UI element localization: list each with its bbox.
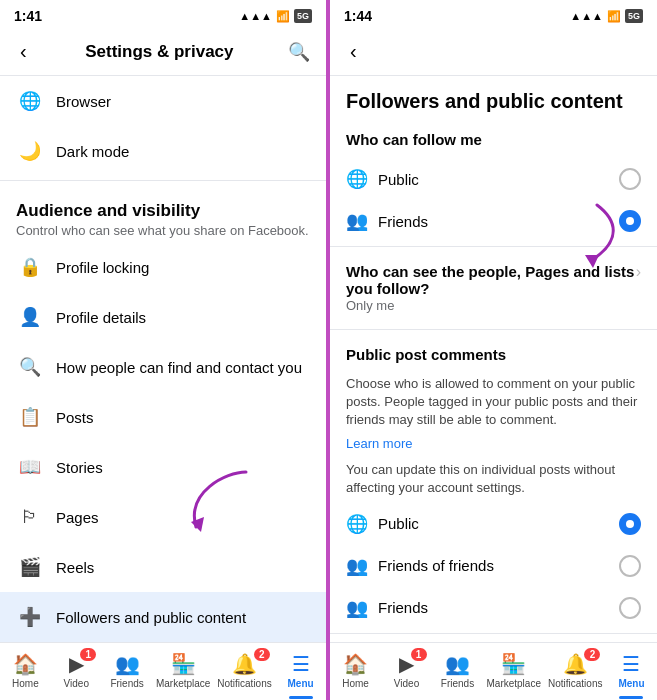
nav-friends-right[interactable]: 👥 Friends bbox=[436, 652, 480, 689]
follow-public-label: Public bbox=[378, 171, 419, 188]
menu-label-left: Menu bbox=[288, 678, 314, 689]
follow-public-left: 🌐 Public bbox=[346, 168, 419, 190]
comments-friends-option[interactable]: 👥 Friends bbox=[330, 587, 657, 629]
audience-section-header: Audience and visibility Control who can … bbox=[0, 185, 326, 242]
video-badge-left: 1 bbox=[80, 648, 96, 661]
pages-icon: 🏳 bbox=[16, 503, 44, 531]
video-badge-right: 1 bbox=[411, 648, 427, 661]
nav-video-left[interactable]: 1 ▶ Video bbox=[54, 652, 98, 689]
update-description: You can update this on individual posts … bbox=[330, 459, 657, 503]
audience-subtitle: Control who can see what you share on Fa… bbox=[16, 223, 310, 238]
bottom-nav-right: 🏠 Home 1 ▶ Video 👥 Friends 🏪 Marketplace… bbox=[330, 642, 657, 700]
stories-item[interactable]: 📖 Stories bbox=[0, 442, 326, 492]
nav-home-right[interactable]: 🏠 Home bbox=[334, 652, 378, 689]
comments-fof-radio[interactable] bbox=[619, 555, 641, 577]
who-see-value: Only me bbox=[346, 298, 636, 313]
nav-friends-left[interactable]: 👥 Friends bbox=[105, 652, 149, 689]
follow-friends-left: 👥 Friends bbox=[346, 210, 428, 232]
signal-icon-right: ▲▲▲ bbox=[570, 10, 603, 22]
followers-icon: ➕ bbox=[16, 603, 44, 631]
comments-fof-left: 👥 Friends of friends bbox=[346, 555, 494, 577]
profile-locking-icon: 🔒 bbox=[16, 253, 44, 281]
comments-public-radio[interactable] bbox=[619, 513, 641, 535]
signal-icon: ▲▲▲ bbox=[239, 10, 272, 22]
public-icon-2: 🌐 bbox=[346, 513, 368, 535]
nav-marketplace-left[interactable]: 🏪 Marketplace bbox=[156, 652, 210, 689]
comments-description: Choose who is allowed to comment on your… bbox=[330, 373, 657, 436]
pages-label: Pages bbox=[56, 509, 99, 526]
marketplace-label-right: Marketplace bbox=[487, 678, 541, 689]
dark-mode-item[interactable]: 🌙 Dark mode bbox=[0, 126, 326, 176]
reels-item[interactable]: 🎬 Reels bbox=[0, 542, 326, 592]
who-see-left: Who can see the people, Pages and lists … bbox=[346, 263, 636, 313]
followers-item[interactable]: ➕ Followers and public content bbox=[0, 592, 326, 642]
find-contact-item[interactable]: 🔍 How people can find and contact you bbox=[0, 342, 326, 392]
back-button-left[interactable]: ‹ bbox=[16, 38, 31, 65]
comments-title: Public post comments bbox=[346, 346, 641, 363]
nav-notifications-right[interactable]: 2 🔔 Notifications bbox=[548, 652, 602, 689]
nav-video-right[interactable]: 1 ▶ Video bbox=[385, 652, 429, 689]
left-scroll-area: 🌐 Browser 🌙 Dark mode Audience and visib… bbox=[0, 76, 326, 642]
followers-label: Followers and public content bbox=[56, 609, 246, 626]
status-bar-right: 1:44 ▲▲▲ 📶 5G bbox=[330, 0, 657, 28]
notifications-badge-right: 2 bbox=[584, 648, 600, 661]
friends-icon-left: 👥 bbox=[115, 652, 140, 676]
left-header-title: Settings & privacy bbox=[85, 42, 233, 62]
friends-label-right: Friends bbox=[441, 678, 474, 689]
who-see-nav-row[interactable]: Who can see the people, Pages and lists … bbox=[330, 251, 657, 325]
marketplace-label-left: Marketplace bbox=[156, 678, 210, 689]
notifications-label-left: Notifications bbox=[217, 678, 271, 689]
posts-item[interactable]: 📋 Posts bbox=[0, 392, 326, 442]
nav-menu-left[interactable]: ☰ Menu bbox=[279, 652, 323, 689]
posts-icon: 📋 bbox=[16, 403, 44, 431]
video-label-left: Video bbox=[64, 678, 89, 689]
search-button-left[interactable]: 🔍 bbox=[288, 41, 310, 63]
comments-public-option[interactable]: 🌐 Public bbox=[330, 503, 657, 545]
reels-label: Reels bbox=[56, 559, 94, 576]
comments-friends-label: Friends bbox=[378, 599, 428, 616]
find-contact-icon: 🔍 bbox=[16, 353, 44, 381]
profile-details-label: Profile details bbox=[56, 309, 146, 326]
home-label-left: Home bbox=[12, 678, 39, 689]
profile-locking-item[interactable]: 🔒 Profile locking bbox=[0, 242, 326, 292]
back-button-right[interactable]: ‹ bbox=[346, 38, 361, 65]
stories-label: Stories bbox=[56, 459, 103, 476]
marketplace-icon-left: 🏪 bbox=[171, 652, 196, 676]
left-header: ‹ Settings & privacy 🔍 bbox=[0, 28, 326, 76]
follow-section-title: Who can follow me bbox=[346, 131, 641, 148]
stories-icon: 📖 bbox=[16, 453, 44, 481]
follow-friends-radio[interactable] bbox=[619, 210, 641, 232]
find-contact-label: How people can find and contact you bbox=[56, 359, 302, 376]
nav-notifications-left[interactable]: 2 🔔 Notifications bbox=[217, 652, 271, 689]
right-scroll-area: Who can follow me 🌐 Public 👥 Friends Who… bbox=[330, 119, 657, 642]
nav-marketplace-right[interactable]: 🏪 Marketplace bbox=[487, 652, 541, 689]
time-right: 1:44 bbox=[344, 8, 372, 24]
home-icon-left: 🏠 bbox=[13, 652, 38, 676]
learn-more-link[interactable]: Learn more bbox=[330, 436, 657, 459]
wifi-icon-right: 📶 bbox=[607, 10, 621, 23]
follow-public-option[interactable]: 🌐 Public bbox=[330, 158, 657, 200]
comments-friends-radio[interactable] bbox=[619, 597, 641, 619]
browser-label: Browser bbox=[56, 93, 111, 110]
dark-mode-label: Dark mode bbox=[56, 143, 129, 160]
comments-public-left: 🌐 Public bbox=[346, 513, 419, 535]
browser-item[interactable]: 🌐 Browser bbox=[0, 76, 326, 126]
notifications-label-right: Notifications bbox=[548, 678, 602, 689]
friends-icon-2: 👥 bbox=[346, 597, 368, 619]
comments-fof-option[interactable]: 👥 Friends of friends bbox=[330, 545, 657, 587]
divider-right-1 bbox=[330, 246, 657, 247]
wifi-icon: 📶 bbox=[276, 10, 290, 23]
follow-friends-option[interactable]: 👥 Friends bbox=[330, 200, 657, 242]
marketplace-icon-right: 🏪 bbox=[501, 652, 526, 676]
follow-public-radio[interactable] bbox=[619, 168, 641, 190]
nav-home-left[interactable]: 🏠 Home bbox=[3, 652, 47, 689]
right-page-title-wrapper: Followers and public content bbox=[330, 76, 657, 119]
pages-item[interactable]: 🏳 Pages bbox=[0, 492, 326, 542]
friends-icon-right: 👥 bbox=[445, 652, 470, 676]
who-see-label: Who can see the people, Pages and lists … bbox=[346, 263, 636, 297]
comments-friends-left: 👥 Friends bbox=[346, 597, 428, 619]
comments-public-label: Public bbox=[378, 515, 419, 532]
profile-details-item[interactable]: 👤 Profile details bbox=[0, 292, 326, 342]
nav-menu-right[interactable]: ☰ Menu bbox=[609, 652, 653, 689]
battery-right: 5G bbox=[625, 9, 643, 23]
